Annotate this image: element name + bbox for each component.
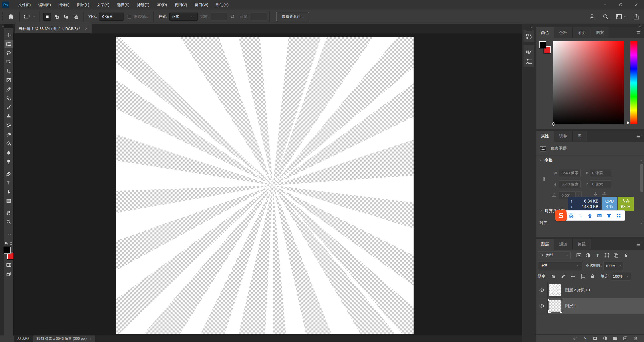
antialias-checkbox[interactable]: [128, 15, 131, 19]
expand-panels-icon[interactable]: [530, 25, 534, 28]
menu-window[interactable]: 窗口(W): [191, 0, 212, 10]
menu-layer[interactable]: 图层(L): [73, 0, 93, 10]
menu-3d[interactable]: 3D(D): [153, 0, 171, 10]
properties-tab-properties[interactable]: 属性: [536, 131, 554, 142]
restore-button[interactable]: [613, 0, 628, 10]
filter-smart-objects-icon[interactable]: [613, 252, 619, 258]
flip-vertical-icon[interactable]: [601, 191, 608, 197]
fill-input[interactable]: 100%: [611, 272, 631, 280]
lock-transparency-icon[interactable]: [551, 274, 556, 279]
new-group-icon[interactable]: [613, 336, 618, 341]
toolbar-gripper[interactable]: [7, 29, 11, 30]
zoom-level[interactable]: 33.33%: [17, 337, 29, 341]
workspace-picker[interactable]: [615, 13, 627, 20]
link-layers-icon[interactable]: [572, 336, 578, 341]
tool-more-tools[interactable]: [5, 230, 13, 238]
tool-path-selection[interactable]: [5, 188, 13, 196]
layer-visibility-cell[interactable]: [536, 282, 548, 298]
tool-spot-healing-brush[interactable]: [5, 94, 13, 103]
intersect-selection-button[interactable]: [72, 13, 80, 21]
layer-visibility-cell[interactable]: [536, 298, 548, 314]
menu-image[interactable]: 图像(I): [55, 0, 73, 10]
style-select[interactable]: 正常: [169, 13, 198, 21]
color-tab-patterns[interactable]: 图案: [591, 27, 609, 38]
share-icon[interactable]: [633, 13, 640, 20]
foreground-color-swatch[interactable]: [539, 41, 546, 48]
menu-type[interactable]: 文字(Y): [93, 0, 113, 10]
layer-row-2[interactable]: 图层 1: [536, 298, 644, 314]
search-icon[interactable]: [602, 13, 609, 20]
tool-dodge[interactable]: [5, 158, 13, 166]
menu-select[interactable]: 选择(S): [113, 0, 133, 10]
tool-hand[interactable]: [5, 209, 13, 217]
add-mask-icon[interactable]: [592, 336, 598, 341]
filter-pixel-layers-icon[interactable]: [576, 252, 582, 258]
hue-slider-thumb[interactable]: [627, 121, 629, 125]
delete-layer-icon[interactable]: [633, 336, 638, 341]
tool-rectangular-marquee[interactable]: [5, 40, 13, 48]
color-picker-ring[interactable]: [552, 122, 555, 126]
layers-tab-channels[interactable]: 通道: [554, 239, 573, 250]
options-bar-gripper[interactable]: [2, 12, 4, 21]
saturation-brightness-field[interactable]: [553, 41, 624, 124]
tool-frame[interactable]: [5, 76, 13, 84]
layer-row-main[interactable]: 图层 2 拷贝 10: [548, 282, 644, 298]
select-and-mask-button[interactable]: 选择并遮住...: [276, 12, 309, 21]
height-input[interactable]: [251, 13, 267, 21]
background-color-swatch[interactable]: [7, 253, 14, 259]
dock-gripper[interactable]: [526, 46, 532, 46]
foreground-color-swatch[interactable]: [4, 247, 11, 254]
document-canvas[interactable]: [116, 37, 414, 334]
tool-type[interactable]: T: [5, 179, 13, 187]
add-selection-button[interactable]: [53, 13, 61, 21]
layer-style-icon[interactable]: fx: [582, 336, 588, 341]
tool-rectangle[interactable]: [5, 197, 13, 205]
color-panel-menu-icon[interactable]: [636, 30, 641, 35]
brush-settings-panel-icon[interactable]: [525, 48, 533, 56]
layer-thumbnail[interactable]: [549, 284, 561, 296]
feather-input[interactable]: 0 像素: [99, 13, 124, 21]
scroll-down-icon[interactable]: [639, 222, 643, 225]
brushes-panel-icon[interactable]: [525, 58, 533, 65]
tool-clone-stamp[interactable]: [5, 112, 13, 121]
lock-pixels-icon[interactable]: [560, 274, 566, 279]
layer-thumbnail[interactable]: [549, 300, 561, 312]
layers-tab-layers[interactable]: 图层: [536, 239, 554, 250]
tool-brush[interactable]: [5, 103, 13, 112]
layers-panel-menu-icon[interactable]: [636, 242, 641, 247]
screen-mode-button[interactable]: [5, 270, 13, 278]
document-info[interactable]: 3543 像素 x 3543 像素 (300 ppi): [33, 335, 95, 342]
microphone-icon[interactable]: [587, 213, 593, 218]
net-speed-widget[interactable]: ↑6.34 KB ↓148.0 KB CPU 4 % 内存 68 %: [568, 197, 634, 211]
layers-tab-paths[interactable]: 路径: [573, 239, 591, 250]
filter-toggle-icon[interactable]: [624, 252, 629, 258]
keyboard-icon[interactable]: [597, 213, 602, 218]
tool-zoom[interactable]: [5, 218, 13, 226]
lock-position-icon[interactable]: [570, 274, 576, 279]
menu-help[interactable]: 帮助(H): [212, 0, 232, 10]
lang-mode-icon[interactable]: 英: [569, 213, 574, 218]
sogou-logo-icon[interactable]: S: [554, 209, 567, 222]
tool-eraser[interactable]: [5, 130, 13, 139]
close-tab-icon[interactable]: ×: [85, 26, 88, 31]
quick-mask-button[interactable]: [5, 261, 13, 269]
filter-adjustment-layers-icon[interactable]: [585, 252, 591, 258]
eye-icon[interactable]: [539, 303, 545, 309]
color-tab-color[interactable]: 颜色: [536, 27, 554, 38]
tool-lasso[interactable]: [5, 49, 13, 57]
tool-object-selection[interactable]: [5, 58, 13, 66]
subtract-selection-button[interactable]: [62, 13, 70, 21]
opacity-input[interactable]: 100%: [603, 262, 623, 270]
scrollbar-thumb[interactable]: [640, 164, 643, 192]
account-icon[interactable]: [589, 13, 596, 20]
toolbox-icon[interactable]: [616, 213, 621, 218]
x-field[interactable]: 0 像素: [590, 169, 611, 177]
menu-filter[interactable]: 滤镜(T): [133, 0, 153, 10]
layer-row-1[interactable]: 图层 2 拷贝 10: [536, 282, 644, 298]
collapse-panels-icon[interactable]: [638, 25, 642, 28]
tool-blur[interactable]: [5, 149, 13, 157]
history-panel-icon[interactable]: [525, 33, 533, 40]
new-selection-button[interactable]: [43, 13, 51, 21]
tool-paint-bucket[interactable]: [5, 139, 13, 148]
new-layer-icon[interactable]: [623, 336, 628, 341]
